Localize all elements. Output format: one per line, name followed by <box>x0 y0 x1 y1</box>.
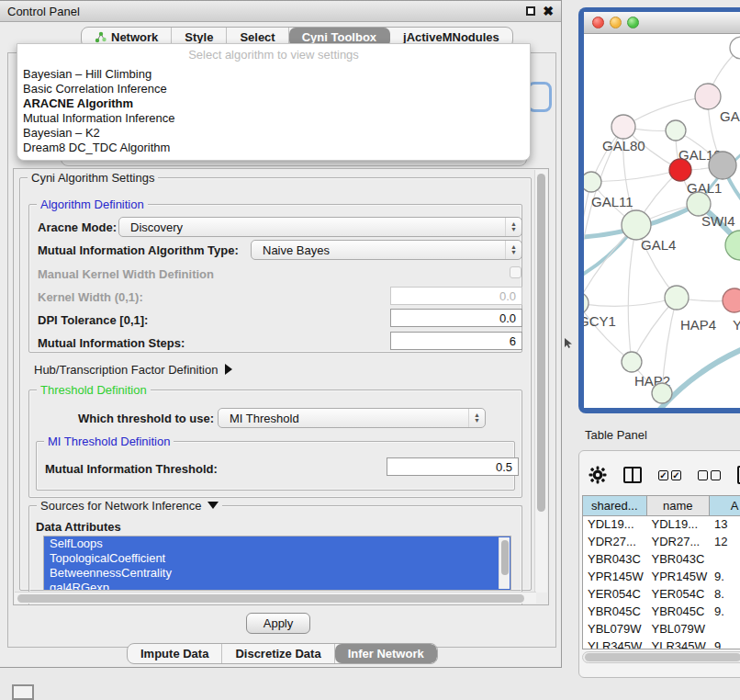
table-horizontal-scrollbar[interactable] <box>582 651 740 663</box>
network-node-label: GAL11 <box>591 194 633 209</box>
algorithm-option[interactable]: Mutual Information Inference <box>17 111 530 126</box>
network-node-gal4[interactable] <box>622 210 651 240</box>
hub-definition-toggle[interactable]: Hub/Transcription Factor Definition <box>34 363 232 377</box>
node-table: shared...nameA YDL19...YDL19...13YDR27..… <box>582 495 740 649</box>
network-node-hap2[interactable] <box>622 352 642 372</box>
column-header[interactable]: A <box>710 496 740 515</box>
sources-group-title[interactable]: Sources for Network Inference <box>37 499 222 513</box>
apply-button[interactable]: Apply <box>246 613 310 634</box>
mi-steps-field[interactable]: 6 <box>390 332 522 350</box>
column-header[interactable]: name <box>647 496 711 515</box>
kernel-width-field[interactable]: 0.0 <box>390 287 522 305</box>
tab-impute-data[interactable]: Impute Data <box>128 644 222 663</box>
control-panel-window: Control Panel ✖ NetworkStyleSelectCyni T… <box>0 0 562 668</box>
algorithm-option[interactable]: Bayesian – Hill Climbing <box>17 67 530 82</box>
network-node-gal80[interactable] <box>611 115 635 139</box>
network-node-label: GAL80 <box>602 138 645 153</box>
dpi-tolerance-label: DPI Tolerance [0,1]: <box>38 313 148 327</box>
network-node-top-arc[interactable] <box>730 37 740 59</box>
attr-list-scrollbar[interactable] <box>499 537 510 589</box>
close-traffic-icon[interactable] <box>592 17 604 28</box>
network-node-gal-tr[interactable] <box>695 84 721 109</box>
network-node-gal1[interactable] <box>669 159 691 181</box>
close-icon[interactable]: ✖ <box>543 6 554 16</box>
network-node-label: GAL4 <box>641 237 676 253</box>
manual-kernel-label: Manual Kernel Width Definition <box>38 267 214 281</box>
checked-pair-icon[interactable]: ✓✓ <box>658 470 681 480</box>
network-node-label: GAL <box>720 108 740 124</box>
table-cell: YBR043C <box>583 551 646 569</box>
columns-icon[interactable] <box>623 467 642 483</box>
table-cell: 9. <box>710 638 740 649</box>
table-row[interactable]: YDL19...YDL19...13 <box>583 516 740 534</box>
data-attribute-item[interactable]: SelfLoops <box>44 536 510 551</box>
network-node-bot-green[interactable] <box>652 383 672 403</box>
data-attribute-item[interactable]: gal4RGexp <box>44 581 510 591</box>
unchecked-pair-icon[interactable] <box>698 470 721 480</box>
network-icon <box>95 31 107 43</box>
network-edge[interactable] <box>591 170 680 182</box>
settings-vertical-scrollbar[interactable] <box>534 170 547 593</box>
table-row[interactable]: YBR045CYBR045C9. <box>583 604 740 621</box>
mi-threshold-label: Mutual Information Threshold: <box>45 462 218 476</box>
table-cell: YDR27... <box>646 534 710 551</box>
tab-discretize-data[interactable]: Discretize Data <box>222 644 334 663</box>
table-row[interactable]: YDR27...YDR27...12 <box>583 534 740 551</box>
table-row[interactable]: YER054CYER054C8. <box>583 586 740 604</box>
algorithm-dropdown-placeholder: Select algorithm to view settings <box>17 44 530 67</box>
network-node-gal10[interactable] <box>666 120 686 141</box>
combo-stepper-icon: ▲▼ <box>505 241 521 259</box>
table-cell: YLR345W <box>646 638 710 649</box>
column-header[interactable]: shared... <box>583 496 647 515</box>
network-node-green-r[interactable] <box>725 231 740 260</box>
table-cell: 9. <box>710 569 740 586</box>
data-attributes-list[interactable]: SelfLoopsTopologicalCoefficientBetweenne… <box>43 536 511 591</box>
hub-definition-label: Hub/Transcription Factor Definition <box>34 363 218 377</box>
table-cell: YBR045C <box>646 604 710 621</box>
algorithm-option[interactable]: ARACNE Algorithm <box>17 96 530 111</box>
network-graph-canvas[interactable]: GALGAL80GAL10GAL1GAL11SWI4GAL4GCY1HAP4YH… <box>584 34 740 408</box>
network-window-titlebar <box>584 12 740 34</box>
mi-threshold-group-title: MI Threshold Definition <box>44 435 174 448</box>
table-panel: ✓✓ shared...nameA YDL19...YDL19...13YDR2… <box>578 450 740 678</box>
mouse-cursor <box>564 338 573 349</box>
network-node-gal11[interactable] <box>584 172 601 192</box>
algorithm-option[interactable]: Dream8 DC_TDC Algorithm <box>17 141 530 155</box>
network-node-gcy1[interactable] <box>584 292 589 314</box>
data-attribute-item[interactable]: BetweennessCentrality <box>44 566 510 581</box>
network-edge[interactable] <box>623 96 708 127</box>
control-panel-bottom-tabs: Impute DataDiscretize DataInfer Network <box>127 643 438 664</box>
network-node-gray-node[interactable] <box>709 152 736 179</box>
minimize-traffic-icon[interactable] <box>610 17 622 28</box>
data-attribute-item[interactable]: TopologicalCoefficient <box>44 551 510 566</box>
table-row[interactable]: YBR043CYBR043C <box>583 551 740 569</box>
network-node-hap4[interactable] <box>665 286 689 310</box>
float-window-icon[interactable] <box>526 6 535 16</box>
manual-kernel-checkbox[interactable] <box>510 266 521 278</box>
mi-threshold-field[interactable]: 0.5 <box>387 457 519 476</box>
algorithm-option[interactable]: Bayesian – K2 <box>17 126 530 141</box>
table-cell: YER054C <box>646 586 710 604</box>
table-cell: 8. <box>710 586 740 604</box>
network-node-salmon-node[interactable] <box>723 288 740 312</box>
gear-icon[interactable] <box>589 466 607 484</box>
mi-type-combobox[interactable]: Naive Bayes ▲▼ <box>251 240 522 260</box>
which-threshold-combobox[interactable]: MI Threshold ▲▼ <box>218 408 486 428</box>
dock-corner-button[interactable] <box>12 684 34 700</box>
combo-stepper-icon: ▲▼ <box>468 409 485 427</box>
network-edge[interactable] <box>584 298 677 306</box>
control-panel-titlebar: Control Panel ✖ <box>0 1 561 22</box>
settings-horizontal-scrollbar[interactable] <box>15 592 536 604</box>
zoom-traffic-icon[interactable] <box>627 17 639 28</box>
network-edge[interactable] <box>628 225 636 362</box>
table-row[interactable]: YBL079WYBL079W <box>583 621 740 638</box>
algorithm-option[interactable]: Basic Correlation Inference <box>17 82 530 96</box>
tab-infer-network[interactable]: Infer Network <box>335 644 437 663</box>
table-row[interactable]: YPR145WYPR145W9. <box>583 569 740 586</box>
table-row[interactable]: YLR345WYLR345W9. <box>583 638 740 649</box>
collapse-down-icon <box>207 502 219 509</box>
dpi-tolerance-field[interactable]: 0.0 <box>390 309 522 327</box>
network-edge[interactable] <box>584 303 632 362</box>
aracne-mode-combobox[interactable]: Discovery ▲▼ <box>118 217 522 237</box>
algorithm-dropdown-list: Select algorithm to view settings Bayesi… <box>17 43 531 161</box>
